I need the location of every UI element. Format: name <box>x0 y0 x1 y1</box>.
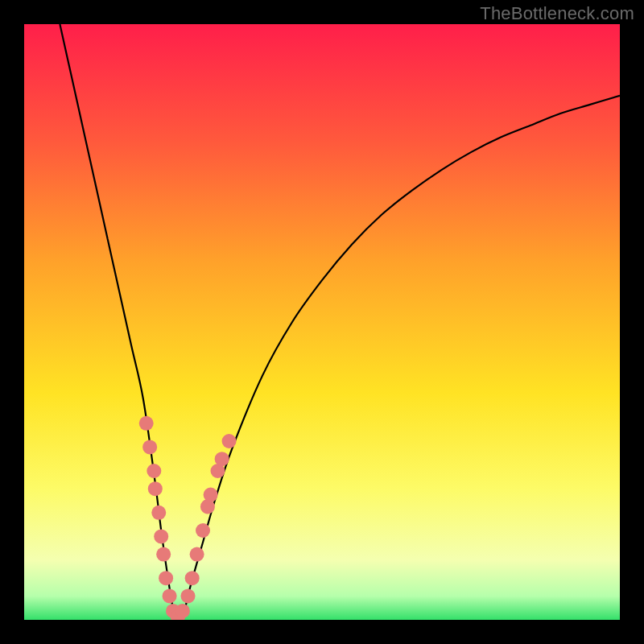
highlight-point <box>190 547 204 562</box>
highlight-point <box>147 464 161 478</box>
highlight-point <box>196 523 210 538</box>
highlight-point <box>142 440 157 454</box>
highlight-point <box>215 452 229 466</box>
highlight-point <box>148 481 163 496</box>
watermark-text: TheBottleneck.com <box>480 3 634 24</box>
highlight-point <box>185 571 200 585</box>
highlight-point <box>222 434 237 448</box>
highlight-point <box>156 547 171 562</box>
highlight-point <box>175 604 190 618</box>
highlight-point <box>163 588 177 603</box>
curve-layer <box>24 24 620 620</box>
highlight-point <box>159 571 173 585</box>
highlight-point <box>204 488 218 502</box>
chart-frame: TheBottleneck.com <box>0 0 644 644</box>
highlight-points <box>139 416 237 620</box>
bottleneck-curve <box>60 24 620 620</box>
plot-area <box>24 24 620 620</box>
highlight-point <box>139 416 154 431</box>
highlight-point <box>181 588 196 603</box>
highlight-point <box>151 506 166 520</box>
highlight-point <box>154 529 168 543</box>
